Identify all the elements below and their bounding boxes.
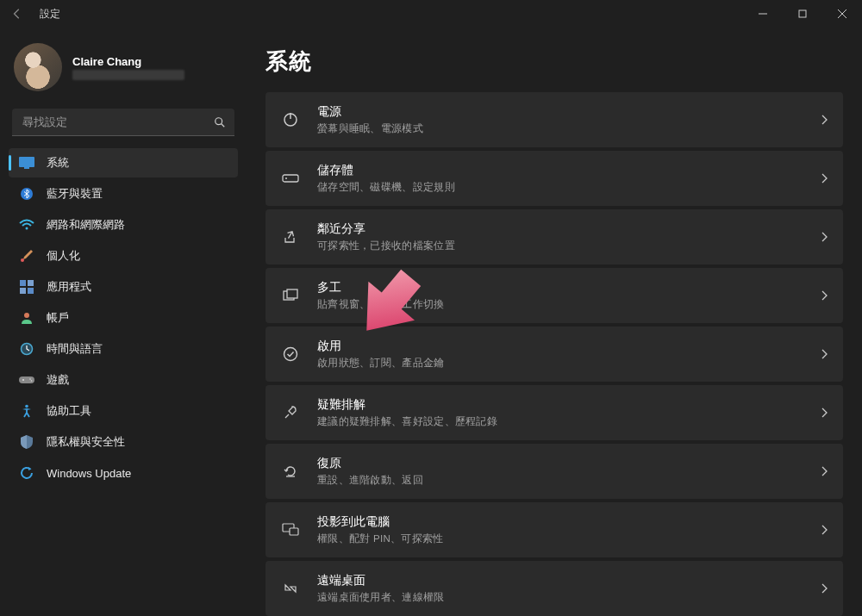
sidebar-item-label: 隱私權與安全性 (47, 434, 125, 450)
share-icon (281, 227, 300, 246)
sidebar-item-label: 系統 (47, 155, 69, 171)
content-area: 系統 電源 螢幕與睡眠、電源模式 儲存體 儲存空間、磁碟機、設定規則 (247, 28, 862, 616)
svg-point-20 (31, 380, 33, 382)
setting-sub: 貼齊視窗、桌面、工作切換 (317, 298, 821, 311)
power-icon (281, 110, 300, 129)
maximize-button[interactable] (783, 0, 822, 28)
sidebar-item-privacy[interactable]: 隱私權與安全性 (9, 427, 238, 457)
sidebar-item-label: 時間與語言 (47, 341, 103, 357)
svg-rect-6 (19, 157, 34, 167)
svg-rect-24 (283, 175, 298, 182)
sidebar-item-label: 應用程式 (47, 279, 91, 295)
chevron-right-icon (821, 232, 828, 242)
chevron-right-icon (821, 173, 828, 184)
setting-title: 疑難排解 (317, 397, 821, 413)
setting-title: 遠端桌面 (317, 573, 821, 588)
svg-line-5 (222, 124, 225, 128)
sidebar-item-label: 帳戶 (47, 310, 69, 326)
brush-icon (19, 248, 34, 264)
sidebar-item-accessibility[interactable]: 協助工具 (9, 396, 238, 426)
svg-rect-1 (799, 10, 806, 17)
setting-title: 儲存體 (317, 163, 821, 178)
activation-icon (281, 345, 300, 364)
sidebar-item-label: 網路和網際網路 (47, 217, 125, 233)
search-container (12, 109, 234, 136)
setting-multitask[interactable]: 多工 貼齊視窗、桌面、工作切換 (265, 268, 843, 323)
svg-point-21 (25, 405, 28, 408)
account-block[interactable]: Claire Chang (9, 36, 238, 107)
setting-activation[interactable]: 啟用 啟用狀態、訂閱、產品金鑰 (265, 327, 843, 382)
avatar (14, 43, 62, 91)
sidebar-item-label: 個人化 (47, 248, 80, 264)
setting-storage[interactable]: 儲存體 儲存空間、磁碟機、設定規則 (265, 151, 843, 206)
minimize-button[interactable] (743, 0, 783, 28)
sidebar: Claire Chang 系統 藍牙與裝置 網路和網際網路 (0, 28, 247, 616)
multitask-icon (281, 286, 300, 305)
svg-point-15 (24, 313, 29, 318)
svg-rect-17 (19, 376, 34, 383)
project-icon (281, 520, 300, 539)
svg-rect-13 (20, 288, 26, 294)
sidebar-item-label: 協助工具 (47, 403, 91, 419)
remote-icon (281, 579, 300, 598)
chevron-right-icon (821, 466, 828, 476)
sidebar-item-apps[interactable]: 應用程式 (9, 272, 238, 302)
page-title: 系統 (265, 47, 843, 77)
svg-rect-7 (24, 167, 29, 169)
setting-power[interactable]: 電源 螢幕與睡眠、電源模式 (265, 92, 843, 147)
display-icon (19, 155, 34, 171)
game-icon (19, 372, 34, 388)
recovery-icon (281, 462, 300, 481)
bluetooth-icon (19, 186, 34, 202)
setting-sub: 啟用狀態、訂閱、產品金鑰 (317, 357, 821, 370)
titlebar: 設定 (0, 0, 862, 28)
svg-point-10 (21, 258, 24, 262)
sidebar-item-update[interactable]: Windows Update (9, 458, 238, 488)
setting-remote[interactable]: 遠端桌面 遠端桌面使用者、連線權限 (265, 561, 843, 616)
setting-project[interactable]: 投影到此電腦 權限、配對 PIN、可探索性 (265, 502, 843, 557)
svg-point-28 (284, 348, 297, 361)
sidebar-item-label: 藍牙與裝置 (47, 186, 103, 202)
accessibility-icon (19, 403, 34, 419)
search-icon (214, 116, 226, 128)
chevron-right-icon (821, 525, 828, 535)
setting-nearby-share[interactable]: 鄰近分享 可探索性，已接收的檔案位置 (265, 209, 843, 264)
svg-point-19 (29, 378, 31, 380)
svg-rect-27 (287, 289, 297, 298)
chevron-right-icon (821, 583, 828, 594)
storage-icon (281, 169, 300, 188)
svg-point-18 (22, 379, 24, 381)
svg-point-25 (285, 177, 287, 179)
sidebar-item-accounts[interactable]: 帳戶 (9, 303, 238, 333)
back-button[interactable] (7, 3, 28, 24)
sidebar-item-personalization[interactable]: 個人化 (9, 241, 238, 271)
setting-recovery[interactable]: 復原 重設、進階啟動、返回 (265, 444, 843, 499)
sidebar-item-gaming[interactable]: 遊戲 (9, 365, 238, 395)
sidebar-item-system[interactable]: 系統 (9, 148, 238, 177)
svg-point-9 (26, 227, 28, 230)
account-name: Claire Chang (72, 55, 184, 68)
setting-sub: 儲存空間、磁碟機、設定規則 (317, 181, 821, 194)
nav-list: 系統 藍牙與裝置 網路和網際網路 個人化 應用程式 帳戶 (9, 148, 238, 488)
setting-title: 多工 (317, 280, 821, 296)
sidebar-item-bluetooth[interactable]: 藍牙與裝置 (9, 179, 238, 208)
close-button[interactable] (822, 0, 862, 28)
svg-rect-12 (28, 280, 34, 286)
sidebar-item-time[interactable]: 時間與語言 (9, 334, 238, 364)
chevron-right-icon (821, 290, 828, 301)
setting-title: 復原 (317, 456, 821, 471)
setting-troubleshoot[interactable]: 疑難排解 建議的疑難排解、喜好設定、歷程記錄 (265, 385, 843, 440)
setting-sub: 遠端桌面使用者、連線權限 (317, 591, 821, 604)
sidebar-item-label: Windows Update (47, 467, 131, 480)
setting-sub: 建議的疑難排解、喜好設定、歷程記錄 (317, 415, 821, 428)
person-icon (19, 310, 34, 326)
setting-title: 鄰近分享 (317, 221, 821, 237)
setting-title: 投影到此電腦 (317, 514, 821, 530)
sidebar-item-label: 遊戲 (47, 372, 69, 388)
chevron-right-icon (821, 115, 828, 125)
setting-sub: 螢幕與睡眠、電源模式 (317, 122, 821, 135)
apps-icon (19, 279, 34, 295)
search-input[interactable] (12, 109, 234, 136)
setting-sub: 重設、進階啟動、返回 (317, 474, 821, 487)
sidebar-item-network[interactable]: 網路和網際網路 (9, 210, 238, 240)
